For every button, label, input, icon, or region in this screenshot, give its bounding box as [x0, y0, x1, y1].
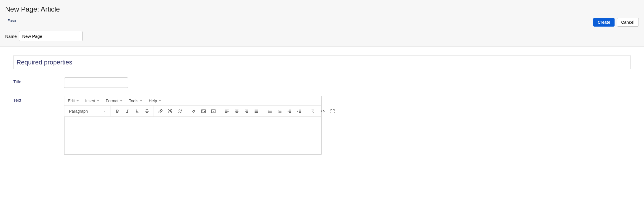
- breadcrumb[interactable]: Fuso: [8, 18, 639, 23]
- editor-toolbar: Paragraph: [64, 106, 321, 117]
- text-style-group: [111, 106, 154, 116]
- svg-point-4: [268, 111, 269, 111]
- chevron-down-icon: [140, 100, 142, 101]
- italic-button[interactable]: [122, 106, 132, 116]
- svg-text:x: x: [313, 112, 314, 113]
- header-actions: Create Cancel: [593, 18, 639, 27]
- name-input[interactable]: [19, 31, 83, 41]
- title-input[interactable]: [64, 77, 128, 88]
- outdent-icon: [287, 109, 292, 114]
- link-icon: [158, 109, 163, 114]
- menu-format-label: Format: [106, 99, 118, 103]
- edit-icon: [191, 109, 196, 114]
- align-justify-button[interactable]: [251, 106, 261, 116]
- align-right-icon: [244, 109, 249, 114]
- svg-text:3: 3: [278, 112, 279, 113]
- numbered-list-icon: 123: [277, 109, 282, 114]
- format-select[interactable]: Paragraph: [66, 109, 109, 114]
- underline-icon: [135, 109, 140, 114]
- image-icon: [201, 109, 206, 114]
- menu-help-label: Help: [149, 99, 157, 103]
- bold-icon: [115, 109, 120, 114]
- align-group: [220, 106, 263, 116]
- name-label: Name: [5, 34, 17, 39]
- text-label: Text: [13, 96, 64, 103]
- chevron-down-icon: [120, 100, 122, 101]
- page-header: New Page: Article Fuso Create Cancel Nam…: [0, 0, 644, 47]
- menu-tools-label: Tools: [129, 99, 138, 103]
- create-button[interactable]: Create: [593, 18, 615, 27]
- chevron-down-icon: [76, 100, 79, 101]
- chevron-down-icon: [104, 111, 106, 112]
- content-area: Required properties Title Text Edit Inse…: [0, 47, 644, 171]
- bold-button[interactable]: [113, 106, 122, 116]
- svg-point-1: [202, 110, 203, 111]
- editor-body[interactable]: [64, 117, 321, 154]
- clear-format-button[interactable]: x: [308, 106, 318, 116]
- clear-format-icon: x: [310, 109, 316, 114]
- users-icon: [178, 109, 183, 114]
- italic-icon: [125, 109, 130, 114]
- align-justify-icon: [254, 109, 259, 114]
- insert-group: [187, 106, 220, 116]
- tools-group: x: [306, 106, 339, 116]
- indent-icon: [297, 109, 302, 114]
- name-row: Name: [5, 31, 639, 41]
- image-button[interactable]: [199, 106, 208, 116]
- numbered-list-button[interactable]: 123: [275, 106, 285, 116]
- menu-edit-label: Edit: [68, 99, 75, 103]
- menu-tools[interactable]: Tools: [129, 99, 142, 103]
- svg-point-5: [268, 112, 269, 112]
- outdent-button[interactable]: [285, 106, 294, 116]
- align-left-icon: [224, 109, 229, 114]
- video-button[interactable]: [208, 106, 218, 116]
- page-title: New Page: Article: [5, 5, 639, 13]
- menu-help[interactable]: Help: [149, 99, 161, 103]
- title-field-row: Title: [13, 77, 631, 88]
- link-group: [154, 106, 187, 116]
- text-field-row: Text Edit Insert Format Tools Help Parag…: [13, 96, 631, 155]
- format-select-label: Paragraph: [69, 109, 88, 114]
- cancel-button[interactable]: Cancel: [617, 18, 639, 27]
- strikethrough-button[interactable]: [142, 106, 152, 116]
- required-properties-heading: Required properties: [13, 55, 631, 69]
- link-button[interactable]: [156, 106, 165, 116]
- list-group: 123: [263, 106, 306, 116]
- bullet-list-button[interactable]: [265, 106, 275, 116]
- format-select-group: Paragraph: [64, 106, 111, 116]
- chevron-down-icon: [159, 100, 161, 101]
- code-button[interactable]: [318, 106, 328, 116]
- menu-format[interactable]: Format: [106, 99, 122, 103]
- edit-button[interactable]: [189, 106, 199, 116]
- chevron-down-icon: [97, 100, 99, 101]
- code-icon: [320, 109, 325, 114]
- align-center-button[interactable]: [232, 106, 242, 116]
- unlink-icon: [168, 109, 173, 114]
- indent-button[interactable]: [294, 106, 304, 116]
- align-center-icon: [234, 109, 239, 114]
- align-left-button[interactable]: [222, 106, 232, 116]
- menu-insert[interactable]: Insert: [85, 99, 99, 103]
- fullscreen-icon: [330, 109, 335, 114]
- underline-button[interactable]: [132, 106, 142, 116]
- unlink-button[interactable]: [165, 106, 175, 116]
- bullet-list-icon: [267, 109, 272, 114]
- svg-point-3: [268, 110, 269, 110]
- rich-text-editor: Edit Insert Format Tools Help Paragraph: [64, 96, 322, 155]
- user-button[interactable]: [175, 106, 185, 116]
- menu-insert-label: Insert: [85, 99, 95, 103]
- strikethrough-icon: [144, 109, 150, 114]
- menu-edit[interactable]: Edit: [68, 99, 79, 103]
- title-label: Title: [13, 77, 64, 84]
- editor-menubar: Edit Insert Format Tools Help: [64, 96, 321, 106]
- video-icon: [211, 109, 216, 114]
- align-right-button[interactable]: [242, 106, 251, 116]
- fullscreen-button[interactable]: [328, 106, 337, 116]
